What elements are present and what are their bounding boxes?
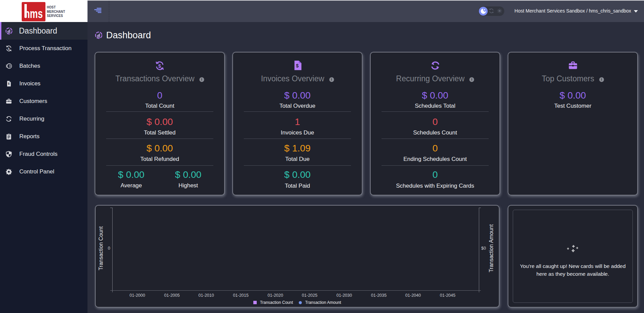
svg-text:$: $	[296, 63, 298, 68]
svg-text:$: $	[8, 82, 10, 85]
svg-text:$: $	[158, 63, 161, 69]
svg-text:hms: hms	[24, 7, 43, 21]
svg-text:$: $	[8, 47, 9, 50]
